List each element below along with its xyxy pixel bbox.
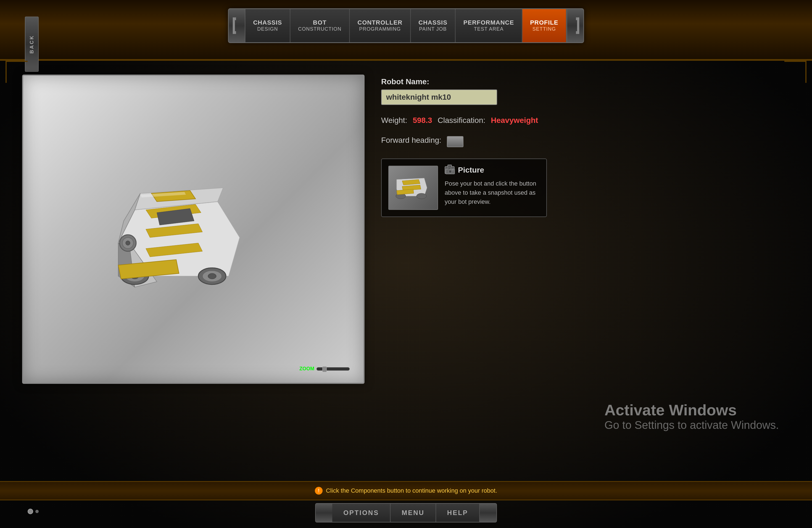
footer-bracket-right [480,503,496,523]
dot-1 [28,509,33,514]
robot-3d-preview [79,133,273,326]
footer-tab-menu-label: MENU [402,509,424,517]
nav-bracket-left [229,9,245,42]
tab-chassis-paint-job[interactable]: CHASSIS PAINT JOB [411,9,456,42]
stats-row: Weight: 598.3 Classification: Heavyweigh… [381,116,790,125]
zoom-label: ZOOM [300,366,314,372]
zoom-slider[interactable] [317,367,350,371]
activate-windows-sub: Go to Settings to activate Windows. [605,419,779,431]
robot-name-section: Robot Name: [381,77,790,105]
nav-bracket-left-icon [233,17,241,34]
heading-row: Forward heading: [381,136,790,147]
picture-title-text: Picture [458,166,484,175]
robot-viewport[interactable]: ZOOM [22,75,365,384]
svg-point-26 [126,241,130,245]
activate-windows-title: Activate Windows [605,401,779,419]
svg-rect-1 [235,17,236,20]
main-nav: CHASSIS DESIGN BOT CONSTRUCTION CONTROLL… [228,8,584,43]
status-message: Click the Components button to continue … [326,487,497,494]
svg-rect-4 [576,17,577,20]
zoom-thumb[interactable] [322,366,327,372]
bottom-dots-decoration [28,509,39,514]
tab-profile-setting-line2: SETTING [533,26,556,32]
picture-thumbnail [388,166,438,210]
weight-value: 598.3 [412,116,432,125]
tab-profile-setting[interactable]: PROFILE SETTING [522,9,566,42]
tab-chassis-paint-job-line1: CHASSIS [418,19,447,26]
nav-bracket-right-icon [571,17,579,34]
footer-nav: OPTIONS MENU HELP [315,503,497,523]
status-icon: ! [315,487,323,495]
tab-chassis-design-line1: CHASSIS [253,19,282,26]
svg-point-19 [208,274,216,279]
tab-bot-construction-line1: BOT [313,19,327,26]
picture-section: Picture Pose your bot and click the butt… [381,159,547,217]
picture-thumb-robot [391,168,435,207]
svg-rect-37 [452,170,453,171]
heading-toggle[interactable] [447,136,463,147]
camera-icon [445,166,454,174]
classification-label: Classification: [438,116,485,125]
tab-profile-setting-line1: PROFILE [530,19,558,26]
tab-performance-test-area-line2: TEST AREA [474,26,504,32]
dot-2 [35,510,39,513]
tab-chassis-paint-job-line2: PAINT JOB [419,26,447,32]
right-panel: Robot Name: Weight: 598.3 Classification… [381,75,790,217]
tab-controller-programming[interactable]: CONTROLLER PROGRAMMING [350,9,411,42]
nav-bracket-right [567,9,583,42]
heading-label: Forward heading: [381,136,441,145]
svg-point-36 [449,171,451,172]
svg-rect-0 [233,17,235,34]
camera-svg [445,167,455,175]
footer-tab-menu[interactable]: MENU [391,503,436,523]
picture-info: Picture Pose your bot and click the butt… [445,166,540,206]
status-bar: ! Click the Components button to continu… [0,481,812,500]
svg-rect-2 [235,31,236,34]
footer-tab-options-label: OPTIONS [343,509,379,517]
robot-name-label: Robot Name: [381,77,790,86]
tab-performance-test-area[interactable]: PERFORMANCE TEST AREA [456,9,522,42]
picture-title-row: Picture [445,166,540,175]
tab-controller-programming-line1: CONTROLLER [358,19,402,26]
svg-rect-5 [576,31,577,34]
tab-bot-construction[interactable]: BOT CONSTRUCTION [290,9,350,42]
tab-performance-test-area-line1: PERFORMANCE [463,19,514,26]
footer-bracket-left [316,503,332,523]
footer-tab-options[interactable]: OPTIONS [332,503,391,523]
robot-name-input[interactable] [381,89,497,105]
activate-windows-watermark: Activate Windows Go to Settings to activ… [605,401,779,431]
weight-label: Weight: [381,116,407,125]
back-button-label: BACK [29,35,35,54]
picture-description: Pose your bot and click the button above… [445,179,540,206]
zoom-control[interactable]: ZOOM [300,366,350,372]
classification-value: Heavyweight [491,116,538,125]
svg-point-31 [417,193,426,199]
svg-rect-3 [577,17,579,34]
tab-controller-programming-line2: PROGRAMMING [359,26,401,32]
tab-bot-construction-line2: CONSTRUCTION [298,26,342,32]
tab-chassis-design[interactable]: CHASSIS DESIGN [245,9,290,42]
svg-rect-34 [448,167,451,169]
footer-tab-help[interactable]: HELP [436,503,480,523]
heading-section: Forward heading: [381,136,790,147]
tab-chassis-design-line2: DESIGN [257,26,278,32]
footer-tab-help-label: HELP [447,509,468,517]
